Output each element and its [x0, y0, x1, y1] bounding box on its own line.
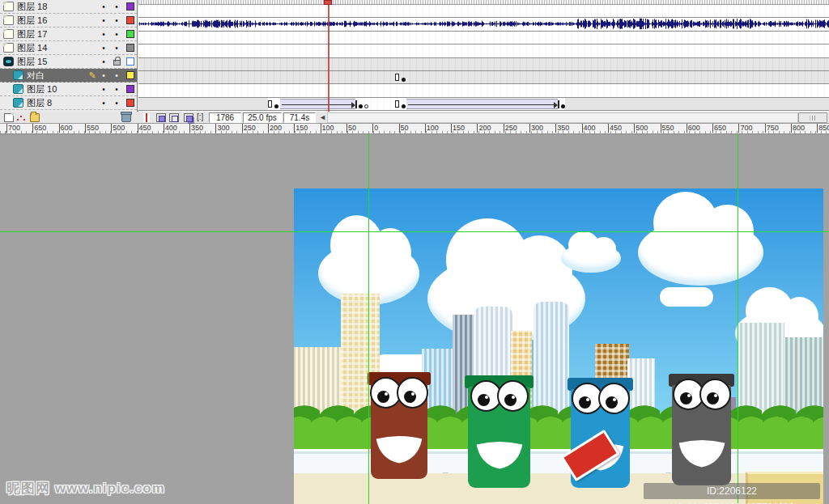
lock-dot[interactable]: • — [110, 44, 123, 53]
layer-outline-swatch[interactable] — [126, 44, 134, 52]
vertical-guide-left[interactable] — [368, 134, 369, 504]
layer-row-7[interactable]: 图层 10•• — [0, 83, 137, 96]
layer-layer-icon — [3, 2, 14, 11]
ruler-tick-label: 850 — [817, 124, 829, 133]
keyframe-dot[interactable] — [274, 104, 278, 108]
visibility-dot[interactable]: • — [97, 99, 110, 108]
elapsed-time-field[interactable]: 71.4s — [283, 112, 316, 123]
pupil — [404, 391, 416, 403]
keyframe-dot[interactable] — [402, 104, 406, 108]
lock-dot[interactable]: • — [110, 99, 123, 108]
onion-skin-button[interactable] — [156, 113, 166, 122]
delete-layer-button[interactable] — [121, 113, 131, 122]
layer-outline-swatch[interactable] — [126, 85, 134, 93]
timeline-panel: 图层 18••图层 16••图层 17••图层 14••图层 15•对白✎••图… — [0, 0, 829, 112]
lock-icon[interactable] — [113, 60, 121, 66]
visibility-dot[interactable]: • — [97, 2, 110, 11]
frame-end-marker[interactable] — [558, 100, 559, 108]
lock-dot[interactable]: • — [110, 85, 123, 94]
insert-layer-button[interactable] — [4, 113, 14, 122]
keyframe-dot[interactable] — [402, 78, 406, 82]
frame-end-marker[interactable] — [395, 100, 399, 108]
layer-outline-swatch[interactable] — [126, 57, 134, 66]
timeline-row-1[interactable] — [138, 5, 829, 18]
tween-span[interactable] — [280, 99, 355, 109]
layer-row-2[interactable]: 图层 16•• — [0, 14, 137, 28]
layer-outline-swatch[interactable] — [126, 2, 134, 11]
frame-end-marker[interactable] — [395, 74, 399, 81]
horizontal-guide[interactable] — [0, 231, 829, 232]
layer-name: 图层 16 — [17, 15, 97, 27]
lock-dot[interactable]: • — [110, 30, 123, 39]
smile-mouth — [474, 437, 525, 471]
frames-pane[interactable] — [138, 0, 829, 112]
empty-keyframe[interactable] — [364, 104, 368, 108]
frame-rate-field[interactable]: 25.0 fps — [243, 112, 282, 123]
stage-canvas[interactable] — [294, 188, 823, 504]
layer-row-8[interactable]: 图层 8•• — [0, 96, 137, 110]
visibility-dot[interactable]: • — [97, 44, 110, 53]
layer-row-3[interactable]: 图层 17•• — [0, 28, 137, 41]
timeline-scrollbar-track[interactable] — [327, 112, 798, 123]
modify-onion-markers-button[interactable]: [:] — [197, 112, 203, 121]
masked-layer-icon — [13, 84, 23, 94]
layer-row-1[interactable]: 图层 18•• — [0, 0, 137, 14]
stage-pasteboard[interactable] — [0, 134, 829, 504]
layer-row-4[interactable]: 图层 14•• — [0, 41, 137, 55]
timeline-row-6[interactable] — [138, 71, 829, 84]
timeline-scrollbar-thumb[interactable] — [798, 112, 827, 123]
keyframe-dot[interactable] — [561, 104, 565, 108]
timeline-row-8[interactable] — [138, 98, 829, 111]
timeline-row-7[interactable] — [138, 84, 829, 97]
ruler-tick-label: 750 — [765, 124, 779, 133]
layer-name: 图层 17 — [17, 28, 97, 40]
visibility-dot[interactable]: • — [97, 57, 110, 66]
layer-name: 图层 18 — [17, 1, 97, 13]
layer-name: 图层 8 — [27, 97, 97, 109]
keyframe-dot[interactable] — [359, 104, 363, 108]
frame-end-marker[interactable] — [268, 100, 272, 108]
visibility-dot[interactable]: • — [97, 30, 110, 39]
onion-skin-outlines-button[interactable] — [169, 113, 179, 122]
layer-layer-icon — [3, 29, 14, 39]
visibility-dot[interactable]: • — [97, 85, 110, 94]
vertical-guide-right[interactable] — [738, 134, 738, 504]
visibility-dot[interactable]: • — [97, 71, 110, 80]
timeline-row-3[interactable] — [138, 32, 829, 44]
current-frame-field[interactable]: 1786 — [209, 112, 241, 123]
masked-layer-icon — [13, 70, 23, 80]
frame-span-static — [138, 98, 268, 110]
lock-dot[interactable]: • — [110, 71, 123, 80]
center-frame-button[interactable] — [143, 113, 150, 122]
frame-end-marker[interactable] — [355, 100, 357, 108]
green-bin[interactable] — [468, 375, 530, 488]
tween-span[interactable] — [406, 99, 558, 109]
insert-folder-button[interactable] — [30, 113, 40, 122]
pupil — [377, 391, 389, 403]
layer-outline-swatch[interactable] — [126, 99, 134, 107]
ruler-tick-label: 250 — [242, 124, 256, 133]
visibility-dot[interactable]: • — [97, 16, 110, 25]
blue-bin[interactable] — [571, 378, 630, 488]
timeline-row-2[interactable] — [138, 18, 829, 31]
brown-bin[interactable] — [371, 372, 427, 479]
layer-row-6[interactable]: 对白✎•• — [0, 69, 137, 83]
timeline-row-5[interactable] — [138, 58, 829, 71]
frame-rows — [138, 5, 829, 111]
audio-waveform — [138, 18, 829, 30]
layer-row-5[interactable]: 图层 15• — [0, 55, 137, 69]
image-id-watermark: ID:2206122 NO:20170706211207764000 — [644, 483, 820, 499]
edit-multiple-frames-button[interactable] — [184, 113, 193, 122]
timeline-scroll-left-arrow[interactable]: ◄ — [319, 113, 326, 121]
layer-outline-swatch[interactable] — [126, 71, 134, 79]
bin-eyes — [372, 377, 426, 409]
gray-bin[interactable] — [672, 374, 731, 485]
add-motion-guide-button[interactable] — [16, 113, 26, 122]
lock-dot[interactable]: • — [110, 2, 123, 11]
timeline-row-4[interactable] — [138, 44, 829, 57]
layer-outline-swatch[interactable] — [126, 30, 134, 38]
playhead-line[interactable] — [328, 5, 329, 112]
pupil — [504, 394, 517, 406]
layer-outline-swatch[interactable] — [126, 16, 134, 24]
lock-dot[interactable]: • — [110, 16, 123, 25]
